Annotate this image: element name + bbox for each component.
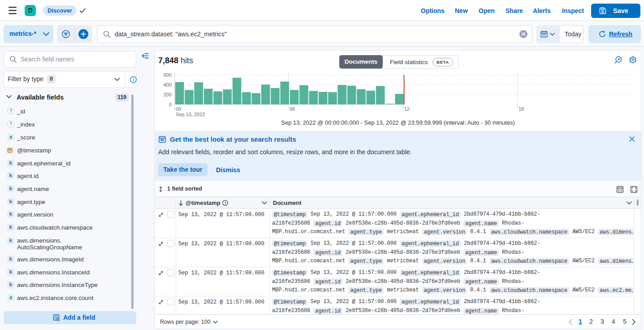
svg-text:00: 00: [176, 106, 181, 112]
svg-text:600: 600: [164, 72, 172, 78]
svg-text:Sep 13, 2022: Sep 13, 2022: [176, 112, 205, 117]
svg-text:400: 400: [164, 82, 172, 87]
svg-text:06: 06: [290, 106, 295, 112]
svg-text:18: 18: [519, 106, 524, 112]
svg-text:200: 200: [164, 92, 172, 97]
svg-text:12: 12: [404, 106, 410, 112]
svg-text:0: 0: [169, 102, 172, 107]
